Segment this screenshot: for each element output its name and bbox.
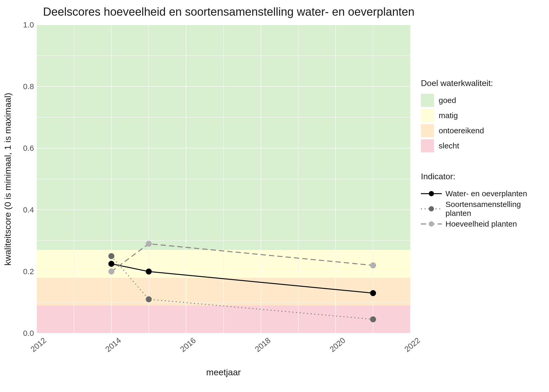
legend-label: slecht bbox=[439, 141, 459, 150]
legend-bands-title: Doel waterkwaliteit: bbox=[421, 78, 544, 88]
x-tick-label: 2018 bbox=[253, 336, 272, 354]
series-point bbox=[370, 262, 376, 268]
legend-band-row: matig bbox=[421, 108, 544, 123]
legend-label: Soortensamenstelling planten bbox=[445, 200, 544, 218]
series-point bbox=[146, 296, 152, 302]
x-axis-label: meetjaar bbox=[37, 367, 410, 377]
legend-swatch bbox=[421, 139, 434, 152]
legend-series-title: Indicator: bbox=[421, 172, 544, 181]
legend-series-row: Hoeveelheid planten bbox=[421, 216, 544, 232]
legend-band-row: ontoereikend bbox=[421, 123, 544, 138]
chart-title: Deelscores hoeveelheid en soortensamenst… bbox=[0, 5, 458, 18]
y-tick-label: 0.8 bbox=[16, 82, 34, 91]
y-tick-label: 0.6 bbox=[16, 144, 34, 153]
legend-label: goed bbox=[439, 96, 456, 105]
series-point bbox=[108, 261, 114, 267]
y-tick-label: 0.0 bbox=[16, 329, 34, 338]
y-axis-label: kwaliteitscore (0 is minimaal, 1 is maxi… bbox=[3, 25, 13, 333]
legend-band-row: slecht bbox=[421, 138, 544, 153]
x-tick-label: 2022 bbox=[403, 336, 422, 354]
legend-line-swatch bbox=[421, 204, 442, 214]
legend-label: ontoereikend bbox=[439, 126, 484, 135]
x-tick-label: 2014 bbox=[104, 336, 123, 354]
series-point bbox=[146, 241, 152, 247]
legend-label: matig bbox=[439, 111, 458, 120]
legend-band-row: goed bbox=[421, 93, 544, 108]
series-point bbox=[370, 290, 376, 296]
series-point bbox=[108, 253, 114, 259]
x-tick-label: 2020 bbox=[328, 336, 347, 354]
series-line bbox=[111, 244, 373, 272]
legend-swatch bbox=[421, 94, 434, 107]
x-tick-label: 2012 bbox=[29, 336, 48, 354]
svg-point-1 bbox=[429, 191, 434, 196]
series-point bbox=[108, 269, 114, 274]
legend-label: Water- en oeverplanten bbox=[445, 189, 527, 198]
y-tick-label: 0.2 bbox=[16, 267, 34, 276]
legend-swatch bbox=[421, 124, 434, 137]
svg-point-3 bbox=[429, 206, 434, 211]
legend: Doel waterkwaliteit: goedmatigontoereike… bbox=[421, 78, 544, 250]
chart-container: Deelscores hoeveelheid en soortensamenst… bbox=[0, 0, 549, 392]
legend-bands: Doel waterkwaliteit: goedmatigontoereike… bbox=[421, 78, 544, 153]
series-point bbox=[370, 316, 376, 322]
y-tick-label: 1.0 bbox=[16, 20, 34, 29]
legend-series: Indicator: Water- en oeverplantenSoorten… bbox=[421, 172, 544, 232]
legend-line-swatch bbox=[421, 188, 442, 199]
lines-layer bbox=[37, 25, 410, 333]
series-point bbox=[146, 269, 152, 274]
series-line bbox=[111, 256, 373, 319]
y-tick-label: 0.4 bbox=[16, 205, 34, 214]
legend-label: Hoeveelheid planten bbox=[445, 220, 517, 228]
x-tick-label: 2016 bbox=[179, 336, 198, 354]
series-line bbox=[111, 264, 373, 293]
legend-line-swatch bbox=[421, 219, 442, 229]
legend-series-row: Water- en oeverplanten bbox=[421, 186, 544, 201]
legend-swatch bbox=[421, 109, 434, 122]
svg-point-5 bbox=[429, 221, 434, 227]
legend-series-row: Soortensamenstelling planten bbox=[421, 201, 544, 216]
plot-area bbox=[37, 25, 410, 333]
